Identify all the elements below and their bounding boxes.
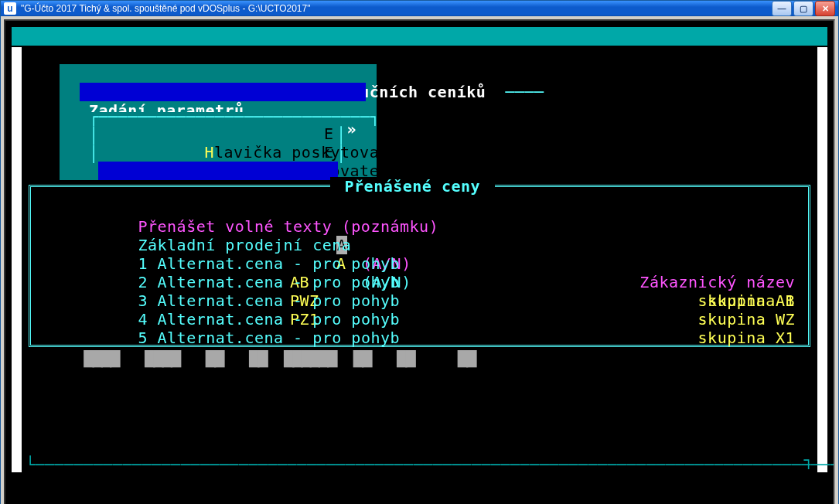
dos-screen: CENY PŘENÁŠENÉ DO DISTRIBUČNÍHO CENÍKU 1… <box>4 19 835 504</box>
frame-right <box>817 47 827 472</box>
alt-row-5: 5 Alternat.cena - pro pohyb <box>41 310 798 403</box>
header-date: 15.01.2017 <box>721 64 818 83</box>
submenu-item-prices[interactable]: Přenášené ceny E <box>98 162 338 180</box>
menu-item-active[interactable]: Zadání parametrů » <box>80 83 366 101</box>
client-area: CENY PŘENÁŠENÉ DO DISTRIBUČNÍHO CENÍKU 1… <box>1 16 838 504</box>
header-bar: CENY PŘENÁŠENÉ DO DISTRIBUČNÍHO CENÍKU 1… <box>12 27 827 46</box>
frame-left <box>12 47 22 472</box>
submenu-flag-1: E <box>324 124 334 143</box>
minimize-button[interactable]: — <box>772 1 792 16</box>
close-button[interactable]: ✕ <box>815 1 835 16</box>
header-title: CENY PŘENÁŠENÉ DO DISTRIBUČNÍHO CENÍKU <box>120 46 508 64</box>
maximize-button[interactable]: ▢ <box>793 1 813 16</box>
app-window: u "G-Účto 2017 Tichý & spol. spouštěné p… <box>0 0 839 504</box>
submenu-flag-2: E <box>324 143 334 162</box>
dialog-title: Přenášené ceny <box>330 177 495 196</box>
window-title: "G-Účto 2017 Tichý & spol. spouštěné pod… <box>21 3 772 14</box>
titlebar: u "G-Účto 2017 Tichý & spol. spouštěné p… <box>1 1 838 16</box>
app-icon: u <box>4 2 16 15</box>
